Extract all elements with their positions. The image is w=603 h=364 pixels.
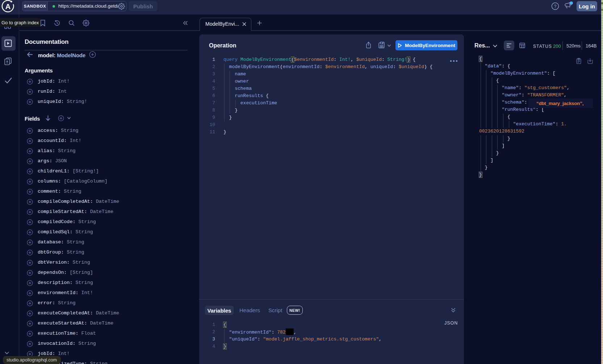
svg-text:?: ? [554, 4, 557, 9]
svg-text:A: A [5, 3, 11, 11]
